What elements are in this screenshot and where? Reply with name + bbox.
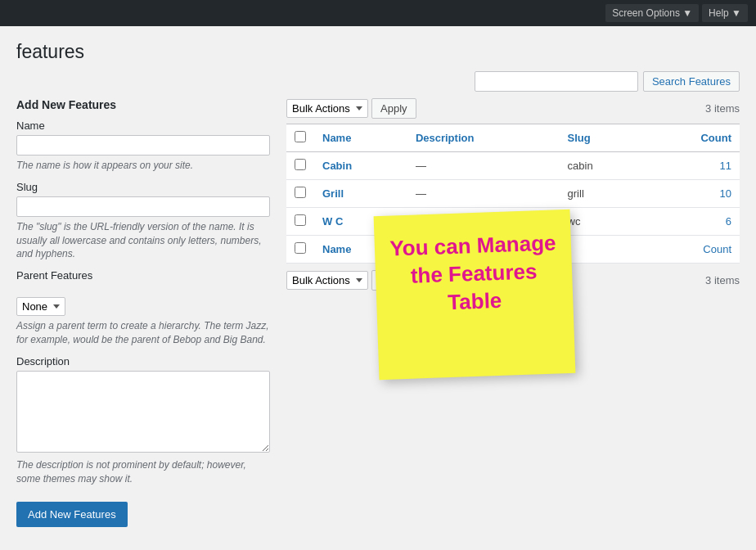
footer-slug-col <box>560 236 645 264</box>
footer-count-col: Count <box>644 236 740 264</box>
row-checkbox-cell <box>286 152 314 180</box>
row-count-2: 6 <box>644 208 740 236</box>
name-label: Name <box>16 119 270 132</box>
main-layout: Add New Features Name The name is how it… <box>16 98 740 527</box>
table-row: Grill — grill 10 <box>286 180 740 208</box>
search-features-button[interactable]: Search Features <box>643 71 740 92</box>
row-count-0: 11 <box>644 152 740 180</box>
description-label: Description <box>16 355 270 367</box>
header-description[interactable]: Description <box>407 124 560 152</box>
row-checkbox-1[interactable] <box>295 187 306 198</box>
bulk-actions-left: Bulk Actions Apply <box>286 98 416 119</box>
name-help: The name is how it appears on your site. <box>16 159 270 173</box>
parent-help: Assign a parent term to create a hierarc… <box>16 319 270 347</box>
row-count-1: 10 <box>644 180 740 208</box>
footer-bulk-actions-select[interactable]: Bulk Actions <box>286 271 368 290</box>
row-slug-1: grill <box>560 180 645 208</box>
slug-input[interactable] <box>16 196 270 217</box>
table-row: Cabin — cabin 11 <box>286 152 740 180</box>
header-name[interactable]: Name <box>314 124 407 152</box>
add-new-features-button[interactable]: Add New Features <box>16 502 128 527</box>
search-input[interactable] <box>475 71 638 92</box>
screen-options-button[interactable]: Screen Options ▼ <box>605 4 699 22</box>
items-count-top: 3 items <box>705 102 740 115</box>
row-checkbox-0[interactable] <box>295 159 306 170</box>
bulk-actions-top-row: Bulk Actions Apply 3 items <box>286 98 740 119</box>
row-checkbox-cell <box>286 180 314 208</box>
items-count-bottom: 3 items <box>705 274 740 286</box>
header-count[interactable]: Count <box>644 124 740 152</box>
row-name-link-1[interactable]: Grill <box>322 187 344 200</box>
description-textarea[interactable] <box>16 371 270 453</box>
header-checkbox-col <box>286 124 314 152</box>
bulk-actions-select[interactable]: Bulk Actions <box>286 99 368 118</box>
slug-group: Slug The "slug" is the URL-friendly vers… <box>16 181 270 261</box>
search-bar-row: Search Features <box>16 71 740 92</box>
footer-checkbox-cell <box>286 236 314 264</box>
row-checkbox-cell <box>286 208 314 236</box>
row-checkbox-2[interactable] <box>295 214 306 226</box>
footer-select-all[interactable] <box>295 242 306 254</box>
sticky-note-text: You can Manage the Features Table <box>389 229 558 318</box>
add-new-features-heading: Add New Features <box>16 98 270 111</box>
parent-group: Parent Features None Assign a parent ter… <box>16 269 270 347</box>
row-name-1: Grill <box>314 180 407 208</box>
sticky-note: You can Manage the Features Table <box>374 210 576 380</box>
description-help: The description is not prominent by defa… <box>16 458 270 486</box>
name-group: Name The name is how it appears on your … <box>16 119 270 173</box>
parent-select[interactable]: None <box>16 297 65 316</box>
table-header-row: Name Description Slug Count <box>286 124 740 152</box>
row-slug-0: cabin <box>560 152 645 180</box>
name-input[interactable] <box>16 135 270 156</box>
page-title: features <box>16 34 740 63</box>
top-bar: Screen Options ▼ Help ▼ <box>0 0 756 26</box>
select-all-checkbox[interactable] <box>295 131 306 142</box>
row-name-link-0[interactable]: Cabin <box>322 160 352 172</box>
row-name-link-2[interactable]: W C <box>322 215 343 228</box>
left-panel: Add New Features Name The name is how it… <box>16 98 270 527</box>
parent-label: Parent Features <box>16 269 270 282</box>
row-desc-1: — <box>407 180 560 208</box>
help-button[interactable]: Help ▼ <box>702 4 748 22</box>
description-group: Description The description is not promi… <box>16 355 270 486</box>
slug-label: Slug <box>16 181 270 193</box>
row-slug-2: wc <box>560 208 645 236</box>
row-desc-0: — <box>407 152 560 180</box>
slug-help: The "slug" is the URL-friendly version o… <box>16 220 270 261</box>
row-name-0: Cabin <box>314 152 407 180</box>
apply-button[interactable]: Apply <box>371 98 416 119</box>
header-slug[interactable]: Slug <box>560 124 645 152</box>
right-panel: Bulk Actions Apply 3 items Name Descript… <box>286 98 740 527</box>
